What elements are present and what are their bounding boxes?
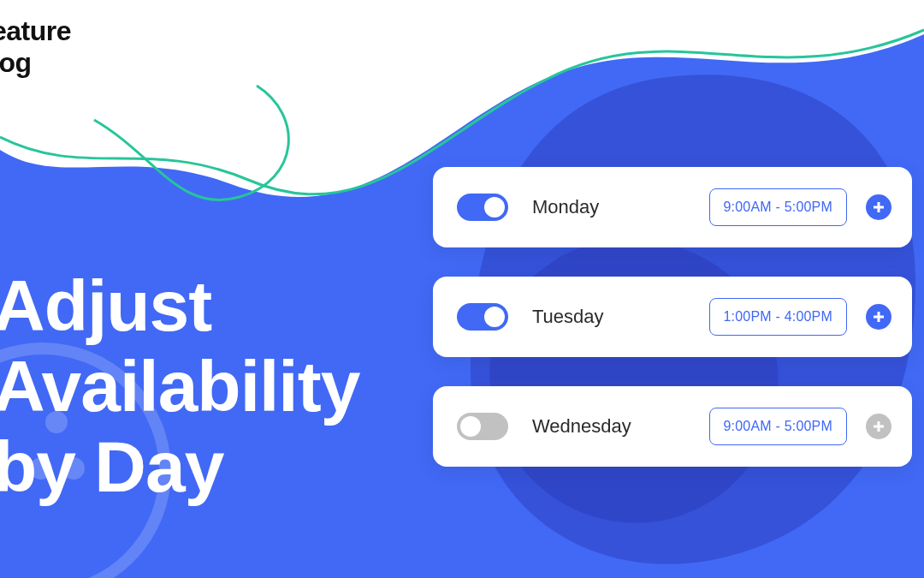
add-timeslot-button[interactable] [866,304,891,330]
toggle-knob [484,197,505,217]
day-row-tuesday: Tuesday 1:00PM - 4:00PM [433,277,912,357]
toggle-knob [484,307,505,327]
toggle-tuesday[interactable] [457,303,508,331]
feature-blog-label: eature log [0,15,71,79]
plus-icon [873,311,885,323]
day-row-wednesday: Wednesday 9:00AM - 5:00PM [433,386,912,467]
time-range-chip[interactable]: 9:00AM - 5:00PM [709,188,848,226]
time-range-chip[interactable]: 1:00PM - 4:00PM [709,298,848,336]
add-timeslot-button[interactable] [866,414,891,439]
add-timeslot-button[interactable] [866,194,891,220]
toggle-monday[interactable] [457,194,508,221]
time-range-chip[interactable]: 9:00AM - 5:00PM [709,408,848,445]
plus-icon [873,420,885,432]
day-row-monday: Monday 9:00AM - 5:00PM [433,167,912,247]
day-label: Monday [532,196,709,218]
plus-icon [873,201,885,213]
availability-cards: Monday 9:00AM - 5:00PM Tuesday 1:00PM - … [433,167,912,467]
toggle-wednesday[interactable] [457,413,508,440]
toggle-knob [460,416,481,437]
day-label: Wednesday [532,415,709,438]
hero-title: Adjust Availability by Day [0,265,359,507]
day-label: Tuesday [532,306,709,328]
